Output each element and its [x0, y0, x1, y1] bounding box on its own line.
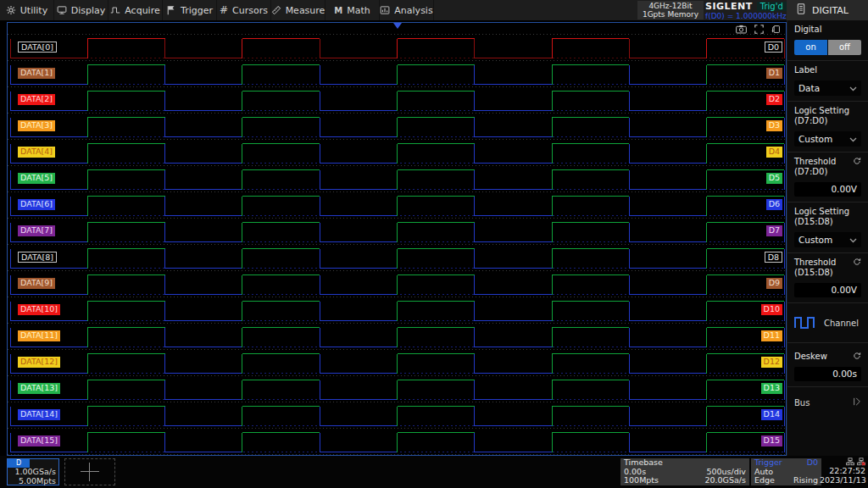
square-wave-icon	[794, 315, 816, 330]
logic2-dropdown-value: Custom	[798, 235, 832, 245]
digital-sample-rate: 1.00GSa/s	[14, 467, 56, 476]
sidebar-title: DIGITAL	[812, 5, 849, 16]
menu-cursors[interactable]: # Cursors	[217, 0, 271, 20]
channel-id-badge: D7	[766, 225, 782, 236]
menu-math-label: Math	[347, 5, 370, 16]
digital-off-button[interactable]: off	[828, 40, 861, 55]
channel-id-badge: D6	[766, 199, 782, 210]
channel-label-badge[interactable]: DATA[7]	[18, 225, 55, 236]
trigger-panel[interactable]: Trigger D0 Auto Edge Rising	[751, 458, 821, 485]
label-dropdown-value: Data	[798, 83, 820, 93]
deskew-input[interactable]: 0.00s	[794, 367, 861, 381]
menu-analysis[interactable]: Analysis	[380, 0, 434, 20]
menu-display[interactable]: Display	[54, 0, 108, 20]
digital-channel-box[interactable]: D 1.00GSa/s 5.00Mpts	[7, 458, 59, 485]
refresh-icon[interactable]	[853, 258, 861, 268]
reset-view-icon[interactable]	[771, 25, 781, 34]
frequency-counter-readout: f(D0) = 1.000000kHz	[705, 12, 787, 20]
logic1-dropdown[interactable]: Custom	[794, 131, 861, 147]
bus-label: Bus	[794, 398, 810, 408]
plot-toolbar	[736, 25, 781, 34]
menu-measure[interactable]: Measure	[271, 0, 326, 20]
screenshot-camera-icon[interactable]	[736, 25, 747, 34]
add-channel-box[interactable]	[64, 458, 115, 485]
trigger-position-marker[interactable]	[393, 23, 402, 29]
channel-id-badge: D8	[765, 252, 782, 263]
clock-time: 22:27:52	[820, 466, 865, 475]
menu-trigger[interactable]: Trigger	[163, 0, 217, 20]
logic1-title-line2: (D7:D0)	[794, 116, 861, 126]
channel-label-badge[interactable]: DATA[12]	[18, 357, 60, 368]
label-dropdown[interactable]: Data	[794, 80, 861, 96]
channel-label-badge[interactable]: DATA[11]	[18, 330, 60, 341]
trigger-slope: Rising	[793, 476, 818, 485]
trigger-title: Trigger	[754, 458, 782, 468]
clock-block: 22:27:52 2023/11/13	[820, 458, 865, 485]
timebase-rate: 20.0GSa/s	[704, 476, 746, 485]
menu-acquire[interactable]: Acquire	[108, 0, 163, 20]
channel-id-badge: D4	[766, 147, 782, 158]
label-section-title: Label	[794, 65, 861, 75]
acq-memory: 1Gpts Memory	[643, 10, 698, 19]
channel-id-badge: D3	[766, 120, 782, 131]
bus-section[interactable]: Bus	[787, 387, 868, 418]
logic-setting-2-section: Logic Setting (D15:D8) Custom	[787, 202, 868, 253]
channel-label-badge[interactable]: DATA[3]	[18, 120, 55, 131]
refresh-icon[interactable]	[853, 157, 861, 167]
channel-label-badge[interactable]: DATA[13]	[18, 383, 60, 394]
channel-section[interactable]: Channel	[787, 303, 868, 343]
top-menu-bar: Utility Display Acquire Trigger # Cursor…	[0, 0, 868, 20]
channel-label-badge[interactable]: DATA[14]	[18, 409, 60, 420]
menu-cursors-label: Cursors	[232, 5, 268, 16]
menu-math[interactable]: M Math	[326, 0, 380, 20]
channel-id-badge: D9	[766, 278, 782, 289]
menu-analysis-label: Analysis	[394, 5, 432, 16]
thresh2-title-line2: (D15:D8)	[794, 268, 836, 278]
channel-label-badge[interactable]: DATA[5]	[18, 173, 55, 184]
logic2-dropdown[interactable]: Custom	[794, 232, 861, 247]
threshold-2-section: Threshold (D15:D8) 0.00V	[787, 253, 868, 303]
logic1-title-line1: Logic Setting	[794, 106, 861, 116]
chevron-down-icon	[849, 235, 857, 245]
threshold-1-section: Threshold (D7:D0) 0.00V	[787, 152, 868, 202]
acquire-icon	[110, 5, 120, 15]
bottom-status-bar: D 1.00GSa/s 5.00Mpts Timebase 0.00s 500u…	[0, 456, 868, 488]
network-status-icons	[820, 458, 865, 466]
threshold2-input[interactable]: 0.00V	[794, 283, 861, 297]
channel-label-badge[interactable]: DATA[8]	[18, 252, 57, 263]
digital-onoff-section: Digital on off	[787, 20, 868, 61]
channel-id-badge: D0	[765, 42, 782, 53]
trigger-status-badge: Trig'd	[757, 2, 787, 11]
lan-icon	[846, 458, 854, 466]
math-icon: M	[334, 6, 342, 15]
digital-section-label: Digital	[794, 25, 861, 35]
channel-label-badge[interactable]: DATA[1]	[18, 68, 55, 79]
channel-label-badge[interactable]: DATA[2]	[18, 94, 55, 105]
menu-utility-label: Utility	[20, 5, 47, 16]
timebase-points: 100Mpts	[624, 476, 659, 485]
trigger-source: D0	[807, 458, 818, 468]
channel-label-badge[interactable]: DATA[15]	[18, 435, 60, 446]
label-section: Label Data	[787, 61, 868, 102]
menu-utility[interactable]: Utility	[0, 0, 54, 20]
digital-on-button[interactable]: on	[794, 40, 827, 55]
waveform-display: DATA[0]D0DATA[1]D1DATA[2]D2DATA[3]D3DATA…	[7, 22, 787, 456]
deskew-section: Deskew 0.00s	[787, 343, 868, 387]
channel-label-badge[interactable]: DATA[4]	[18, 147, 55, 158]
channel-label-badge[interactable]: DATA[10]	[18, 304, 60, 315]
channel-label-badge[interactable]: DATA[0]	[18, 42, 57, 53]
channel-label-badge[interactable]: DATA[6]	[18, 199, 55, 210]
channel-id-badge: D13	[761, 383, 782, 394]
fullscreen-icon[interactable]	[754, 25, 764, 34]
acquisition-info-box[interactable]: 4GHz-12Bit 1Gpts Memory	[637, 1, 704, 19]
chevron-down-icon	[849, 134, 857, 144]
menu-measure-label: Measure	[286, 5, 326, 16]
timebase-panel[interactable]: Timebase 0.00s 500us/div 100Mpts 20.0GSa…	[620, 458, 749, 485]
display-icon	[57, 5, 67, 15]
refresh-icon[interactable]	[853, 352, 861, 362]
logic2-title-line1: Logic Setting	[794, 207, 861, 217]
menu-acquire-label: Acquire	[125, 5, 159, 16]
channel-label-badge[interactable]: DATA[9]	[18, 278, 55, 289]
threshold1-input[interactable]: 0.00V	[794, 182, 861, 197]
analysis-icon	[380, 5, 390, 15]
